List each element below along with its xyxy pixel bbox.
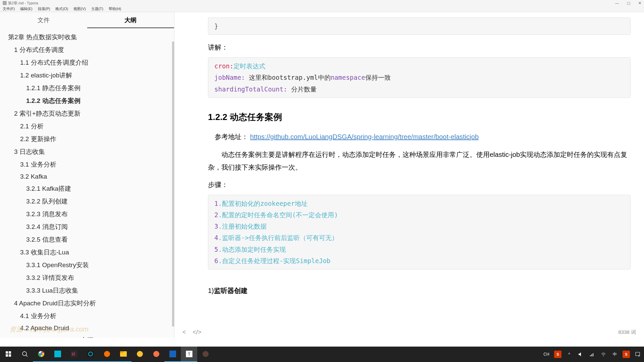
tb-app6[interactable] [131,347,148,362]
tb-app1[interactable] [49,347,66,362]
tb-intellij[interactable]: IJ [66,347,82,362]
menubar: 文件(F) 编辑(E) 段落(P) 格式(O) 视图(V) 主题(T) 帮助(H… [0,6,644,12]
ref-link[interactable]: https://github.com/LuoLiangDSGA/spring-l… [250,133,479,140]
outline-item[interactable]: 3.2.4 消息订阅 [8,221,174,233]
menu-help[interactable]: 帮助(H) [107,6,122,11]
outline-item[interactable]: 2.1 分析 [8,120,174,133]
tb-app3[interactable] [82,347,99,362]
menu-format[interactable]: 格式(O) [54,6,69,11]
svg-point-22 [203,351,209,357]
outline-item[interactable]: 2 索引+静态页动态更新 [8,107,174,120]
sub-heading: 1)监听器创建 [208,286,631,295]
svg-rect-23 [590,355,591,356]
statusbar: < </> 8338 词 [174,326,644,338]
outline-item[interactable]: 3 日志收集 [8,145,174,158]
svg-text:2: 2 [638,354,640,357]
tab-outline[interactable]: 大纲 [87,12,174,28]
outline-item[interactable]: 3.3.1 OpenRestry安装 [8,259,174,272]
svg-point-14 [104,351,110,357]
svg-point-18 [153,351,159,357]
ime-badge2-icon[interactable]: S [623,351,630,358]
titlebar: 第2章.md - Typora — ▢ ✕ [0,0,644,6]
network-icon[interactable] [588,351,596,358]
sub-heading-text: 监听器创建 [214,287,248,294]
ime-lang[interactable]: CH [543,351,550,358]
tb-app4[interactable] [99,347,115,362]
outline-item[interactable]: 3.3 收集日志-Lua [8,246,174,259]
notifications-icon[interactable]: 2 [634,351,641,358]
param-line: cron:定时表达式 [214,60,624,72]
steps-title: 步骤： [208,180,631,189]
tb-app10[interactable] [197,347,214,362]
outline-item[interactable]: 第2章 热点数据实时收集 [8,31,174,44]
svg-rect-9 [54,351,61,357]
tb-app8[interactable] [164,347,181,362]
outline-item[interactable]: 3.2 Kafka [8,171,174,182]
outline-panel[interactable]: 第2章 热点数据实时收集1 分布式任务调度1.1 分布式任务调度介绍1.2 el… [0,28,174,338]
outline-item[interactable]: 3.1 业务分析 [8,158,174,171]
wifi-icon[interactable] [600,351,607,358]
volume-icon[interactable] [577,351,584,358]
menu-theme[interactable]: 主题(T) [90,6,105,11]
svg-point-26 [603,356,604,356]
outline-item[interactable]: 1.1 分布式任务调度介绍 [8,56,174,69]
outline-item[interactable]: 4 Apache Druid日志实时分析 [8,297,174,310]
editor-content[interactable]: } 讲解： cron:定时表达式jobName: 这里和bootstrap.ym… [174,12,644,338]
sub-heading-num: 1) [208,287,214,294]
close-button[interactable]: ✕ [638,1,641,5]
tb-app7[interactable] [148,347,164,362]
svg-rect-1 [6,351,8,354]
svg-line-6 [26,355,28,357]
tray-chevron-icon[interactable]: ^ [566,351,573,358]
svg-text:IJ: IJ [72,352,75,356]
code-char: } [214,20,624,32]
menu-file[interactable]: 文件(F) [1,6,16,11]
ime-mode[interactable]: 中 [611,351,619,358]
outline-item[interactable]: 3.3.3 Lua日志收集 [8,284,174,297]
search-button[interactable] [16,347,33,362]
outline-item[interactable]: 3.2.2 队列创建 [8,195,174,208]
outline-item[interactable]: 3.2.1 Kafka搭建 [8,182,174,195]
ime-badge-icon[interactable]: S [554,351,561,358]
word-count[interactable]: 8338 词 [618,329,636,336]
tb-explorer[interactable] [115,347,131,362]
code-view-icon[interactable]: </> [193,329,202,336]
maximize-button[interactable]: ▢ [627,1,630,5]
menu-edit[interactable]: 编辑(E) [19,6,34,11]
outline-item[interactable]: 3.2.3 消息发布 [8,208,174,221]
menu-paragraph[interactable]: 段落(P) [37,6,52,11]
minimize-button[interactable]: — [615,1,619,5]
svg-rect-16 [120,351,123,353]
tb-typora[interactable]: T [181,347,197,362]
app-icon [3,1,7,5]
svg-rect-0 [3,1,7,5]
menu-view[interactable]: 视图(V) [72,6,87,11]
outline-item[interactable]: 4.1 业务分析 [8,310,174,322]
window-title: 第2章.md - Typora [8,1,38,6]
outline-item[interactable]: 2.2 更新操作 [8,133,174,145]
outline-item[interactable]: 1.2 elastic-job讲解 [8,69,174,82]
step-line: 1.配置初始化的zookeeper地址 [214,198,624,209]
outline-item[interactable]: 3.3.2 详情页发布 [8,272,174,284]
start-button[interactable] [0,347,16,362]
outline-item[interactable]: 1.2.1 静态任务案例 [8,82,174,95]
step-line: 4.监听器->任务执行前后监听（可有可无） [214,232,624,243]
svg-rect-25 [593,353,593,356]
param-line: jobName: 这里和bootstrap.yml中的namespace保持一致 [214,72,624,83]
tab-files[interactable]: 文件 [0,12,87,28]
explain-label: 讲解： [208,43,631,52]
outline-item[interactable]: 4.2.1 Apache Druid介绍 [8,334,174,338]
svg-point-17 [137,351,143,357]
sidebar: 文件 大纲 第2章 热点数据实时收集1 分布式任务调度1.1 分布式任务调度介绍… [0,12,174,338]
outline-item[interactable]: 3.2.5 信息查看 [8,233,174,246]
svg-rect-4 [9,354,11,357]
outline-item[interactable]: 1 分布式任务调度 [8,44,174,56]
step-line: 6.自定义任务处理过程-实现SimpleJob [214,255,624,266]
params-block: cron:定时表达式jobName: 这里和bootstrap.yml中的nam… [208,57,631,98]
outline-item[interactable]: 4.2 Apache Druid [8,322,174,334]
nav-back-icon[interactable]: < [182,329,186,336]
tb-chrome[interactable] [33,347,49,362]
outline-item[interactable]: 1.2.2 动态任务案例 [8,95,174,107]
param-line: shardingTotalCount: 分片数量 [214,83,624,95]
step-line: 3.注册初始化数据 [214,221,624,232]
